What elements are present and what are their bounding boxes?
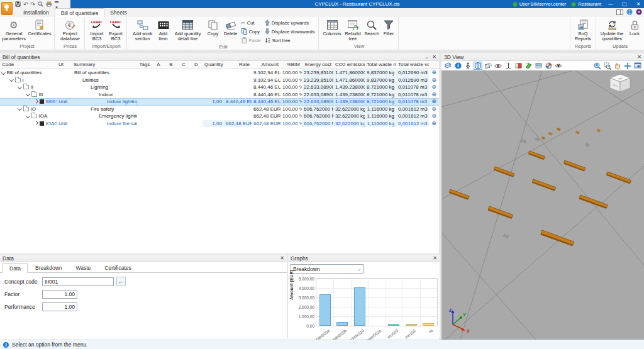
performance-input[interactable]: 1.00: [42, 302, 77, 311]
pan-icon[interactable]: [613, 62, 622, 70]
link-bim-icon[interactable]: ⊕: [429, 120, 439, 128]
floor-section-icon[interactable]: [534, 62, 543, 70]
lock-button[interactable]: Lock: [626, 17, 643, 36]
zoom-extents-icon[interactable]: [593, 62, 602, 70]
info-icon[interactable]: i: [453, 62, 462, 70]
bar-mt34ldn020b[interactable]: [336, 322, 348, 326]
cype-menu-icon[interactable]: [636, 9, 642, 16]
add-item-button[interactable]: Add item: [155, 17, 172, 42]
print-icon[interactable]: [46, 1, 52, 8]
column-header-volume[interactable]: Total waste volume: [396, 61, 429, 69]
chevron-down-icon[interactable]: [26, 114, 30, 118]
columns-button[interactable]: Columns: [321, 17, 343, 36]
bimserver-project-chip[interactable]: Restaurant: [571, 1, 601, 7]
boq-table-row[interactable]: IIIIndoor8.440,46 EUR100.00 %22.633,0890…: [0, 91, 439, 99]
project-database-button[interactable]: € Project database: [58, 17, 83, 42]
link-bim-icon[interactable]: ⊕: [429, 84, 439, 91]
window-layout-icon[interactable]: [616, 9, 623, 16]
copy-button[interactable]: Copy: [204, 17, 222, 36]
move-view-icon[interactable]: [623, 62, 632, 70]
close-data-panel-icon[interactable]: ✕: [280, 255, 284, 261]
link-bim-icon[interactable]: ⊕: [429, 113, 439, 120]
undo-icon[interactable]: ↶: [23, 1, 28, 8]
bar-mo102[interactable]: [406, 324, 417, 326]
column-header-tags[interactable]: Tags: [137, 61, 152, 69]
axes-gizmo-icon[interactable]: [504, 62, 513, 70]
section-box-icon[interactable]: [514, 62, 523, 70]
render-mode-icon[interactable]: [544, 62, 553, 70]
filter-button[interactable]: Filter: [380, 17, 397, 36]
bar-%[interactable]: [423, 323, 434, 326]
orbit-icon[interactable]: [494, 62, 502, 70]
rotate-model-icon[interactable]: [484, 62, 492, 70]
add-quantity-detail-line-button[interactable]: Add quantity detail line: [172, 17, 204, 42]
column-header-energy[interactable]: Energy cost: [302, 61, 333, 69]
general-parameters-button[interactable]: ⚙ General parameters: [1, 17, 26, 42]
tab-breakdown[interactable]: Breakdown: [29, 263, 69, 272]
boq-table-row[interactable]: IOAEmergency lighting662,48 EUR100.00 %6…: [0, 113, 439, 120]
update-quantities-button[interactable]: Update the quantities: [597, 17, 626, 42]
save-icon[interactable]: [15, 1, 21, 8]
zoom-icon[interactable]: [38, 1, 43, 8]
search-button[interactable]: Search: [363, 17, 380, 36]
capture-view-icon[interactable]: [633, 62, 642, 70]
link-bim-icon[interactable]: ⊕: [429, 77, 439, 84]
chevron-down-icon[interactable]: [1, 70, 5, 74]
bar-mo003[interactable]: [388, 324, 399, 326]
link-bim-icon[interactable]: ⊕: [429, 98, 439, 106]
chevron-right-icon[interactable]: [34, 99, 38, 103]
close-button[interactable]: ✕: [634, 1, 643, 7]
chevron-down-icon[interactable]: [9, 77, 13, 81]
chevron-right-icon[interactable]: [34, 121, 38, 125]
displace-downwards-button[interactable]: Displace downwards: [265, 28, 315, 35]
column-header-qty[interactable]: Quantity: [203, 61, 224, 69]
link-bim-icon[interactable]: ⊕: [429, 91, 439, 99]
column-header-c[interactable]: C: [177, 61, 190, 69]
visibility-icon[interactable]: [554, 62, 563, 70]
delete-button[interactable]: Delete: [222, 17, 240, 36]
chevron-down-icon[interactable]: [26, 92, 30, 96]
column-header-mass[interactable]: Total waste mass: [365, 61, 396, 69]
walkthrough-icon[interactable]: [464, 62, 472, 70]
column-header-co2[interactable]: CO2 emissions: [333, 61, 365, 69]
cut-button[interactable]: ✂Cut: [242, 19, 261, 26]
column-header-bim[interactable]: %BIM: [280, 61, 302, 69]
close-3d-view-icon[interactable]: ✕: [637, 54, 641, 60]
bar-mt34lln110[interactable]: [354, 287, 365, 326]
displace-upwards-button[interactable]: Displace upwards: [265, 19, 315, 26]
column-header-d[interactable]: D: [190, 61, 203, 69]
bimserver-user-chip[interactable]: User BIMserver.center: [513, 1, 567, 7]
certificates-button[interactable]: Certificates: [26, 17, 53, 36]
tab-bill-of-quantities[interactable]: Bill of quantities: [55, 8, 105, 17]
column-header-ut[interactable]: Ut: [57, 61, 72, 69]
boq-table-row[interactable]: IILighting8.440,46 EUR100.00 %22.633,089…: [0, 84, 439, 91]
collapse-panel-icon[interactable]: ⌄: [425, 55, 428, 60]
concept-code-input[interactable]: III001: [42, 277, 114, 286]
copy-small-button[interactable]: Copy: [242, 28, 261, 35]
3d-viewport[interactable]: top front Z Y X: [441, 70, 644, 340]
boq-table-row[interactable]: Bill of quantitiesBill of quantities9.10…: [0, 69, 439, 77]
export-bc3-button[interactable]: FIEBDC Export BC3: [106, 17, 125, 42]
close-graphs-panel-icon[interactable]: ✕: [433, 255, 437, 261]
redo-icon[interactable]: ↷: [31, 1, 36, 8]
column-header-code[interactable]: Code: [0, 61, 57, 69]
boq-reports-button[interactable]: BoQ Reports: [572, 17, 594, 42]
import-bc3-button[interactable]: FIEBDC Import BC3: [87, 17, 106, 42]
shield-view-icon[interactable]: [474, 62, 482, 70]
sort-tree-button[interactable]: Sort tree: [265, 37, 315, 44]
boq-table-row[interactable]: IUtilities9.102,94 EUR100.00 %23.239,851…: [0, 77, 439, 84]
link-bim-icon[interactable]: ⊕: [429, 69, 439, 77]
tab-certificates[interactable]: Certificates: [98, 263, 138, 272]
column-header-rate[interactable]: Rate: [224, 61, 252, 69]
maximize-button[interactable]: ▢: [620, 1, 629, 7]
graph-mode-select[interactable]: Breakdown ⌄: [291, 264, 364, 274]
column-header-b[interactable]: B: [165, 61, 177, 69]
tab-data[interactable]: Data: [3, 263, 28, 273]
chevron-down-icon[interactable]: [18, 85, 21, 89]
paste-button[interactable]: Paste: [242, 37, 261, 44]
chevron-down-icon[interactable]: [18, 106, 21, 110]
bar-mt34ldn020a[interactable]: [319, 294, 331, 326]
column-header-summary[interactable]: Summary: [72, 61, 137, 69]
bimserver-globe-icon[interactable]: [626, 9, 633, 16]
boq-table-row[interactable]: III001UnitIndoor lighting inst…1,008.440…: [0, 98, 439, 106]
